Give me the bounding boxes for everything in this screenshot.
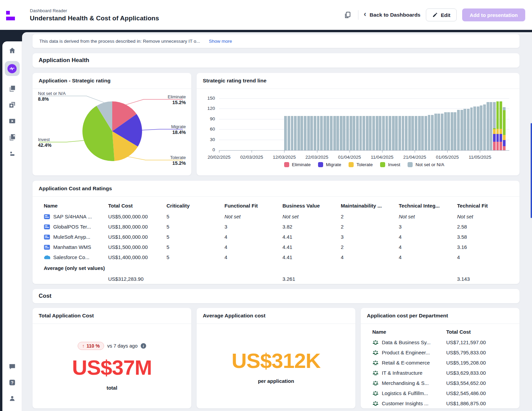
trend-bar[interactable] xyxy=(470,107,473,150)
trend-stacked-bar[interactable] xyxy=(496,101,499,150)
legend-item-invest[interactable]: Invest xyxy=(380,162,400,167)
trend-bar[interactable] xyxy=(297,116,300,150)
trend-bar[interactable] xyxy=(415,116,417,150)
trend-bar[interactable] xyxy=(421,116,424,150)
trend-bar[interactable] xyxy=(284,116,287,150)
trend-bar[interactable] xyxy=(405,116,408,150)
trend-bar[interactable] xyxy=(300,116,303,150)
trend-bar[interactable] xyxy=(457,110,460,150)
legend-item-tolerate[interactable]: Tolerate xyxy=(349,162,373,167)
trend-bar[interactable] xyxy=(314,116,316,150)
application-name-cell[interactable]: Salesforce Co... xyxy=(44,252,108,262)
trend-bar[interactable] xyxy=(359,116,362,150)
trend-bar[interactable] xyxy=(366,116,369,150)
trend-stacked-bar[interactable] xyxy=(499,101,502,150)
trend-bar[interactable] xyxy=(350,116,352,150)
trend-bar[interactable] xyxy=(411,116,414,150)
trend-bar[interactable] xyxy=(395,116,398,150)
trend-bar[interactable] xyxy=(330,116,333,150)
sidebar-item-library[interactable] xyxy=(8,134,16,141)
trend-bar[interactable] xyxy=(434,114,437,150)
department-name-cell[interactable]: Data & Business Sy... xyxy=(372,337,446,348)
trend-bar[interactable] xyxy=(369,116,372,150)
trend-bar[interactable] xyxy=(408,116,411,150)
trend-bar[interactable] xyxy=(386,116,388,150)
trend-stacked-bar[interactable] xyxy=(503,107,506,150)
trend-bar[interactable] xyxy=(425,116,427,150)
trend-bar[interactable] xyxy=(323,116,326,150)
sidebar-item-snapshots[interactable] xyxy=(8,101,16,109)
sidebar-item-home[interactable] xyxy=(8,47,16,54)
trend-bar[interactable] xyxy=(353,116,355,150)
trend-bar[interactable] xyxy=(382,116,385,150)
trend-bar[interactable] xyxy=(379,116,381,150)
trend-bar[interactable] xyxy=(288,116,290,150)
trend-bar[interactable] xyxy=(428,115,431,150)
trend-bar[interactable] xyxy=(294,116,297,150)
trend-bar[interactable] xyxy=(372,116,375,150)
trend-bar[interactable] xyxy=(398,116,401,150)
trend-bar[interactable] xyxy=(362,116,365,150)
application-name-cell[interactable]: MuleSoft Anyp... xyxy=(44,232,108,242)
trend-bar[interactable] xyxy=(467,109,470,150)
sidebar-item-profile[interactable] xyxy=(8,395,16,402)
sidebar-item-reports[interactable] xyxy=(8,85,16,92)
department-name-cell[interactable]: Product & Engineer... xyxy=(372,348,446,358)
trend-bar[interactable] xyxy=(307,116,310,150)
trend-bar[interactable] xyxy=(473,106,476,150)
application-name-cell[interactable]: SAP S/4HANA ... xyxy=(44,212,108,222)
department-name-cell[interactable]: Retail & E-commerce xyxy=(372,358,446,368)
show-more-link[interactable]: Show more xyxy=(209,39,232,44)
edit-button[interactable]: Edit xyxy=(426,8,457,21)
trend-bar[interactable] xyxy=(460,110,463,150)
department-name-cell[interactable]: Logistics & Fulfillm... xyxy=(372,388,446,398)
copy-icon[interactable] xyxy=(342,10,353,20)
department-name-cell[interactable]: Merchandising & S... xyxy=(372,378,446,388)
legend-item-eliminate[interactable]: Eliminate xyxy=(284,162,311,167)
trend-stacked-bar[interactable] xyxy=(493,102,496,150)
trend-bar[interactable] xyxy=(333,116,336,150)
trend-bar[interactable] xyxy=(483,104,486,150)
trend-bar[interactable] xyxy=(310,116,313,150)
trend-bar[interactable] xyxy=(327,116,329,150)
trend-bar[interactable] xyxy=(336,116,339,150)
trend-bar[interactable] xyxy=(437,114,440,150)
page-scrollbar-thumb[interactable] xyxy=(531,123,532,218)
trend-bar[interactable] xyxy=(376,116,378,150)
back-to-dashboards-link[interactable]: ‹ Back to Dashboards xyxy=(364,11,420,19)
trend-bar[interactable] xyxy=(490,102,492,150)
trend-bar[interactable] xyxy=(464,109,466,150)
application-name-cell[interactable]: GlobalPOS Ter... xyxy=(44,222,108,232)
trend-bar[interactable] xyxy=(317,116,320,150)
application-name-cell[interactable]: Manhattan WMS xyxy=(44,242,108,252)
trend-bar[interactable] xyxy=(402,116,405,150)
trend-bar[interactable] xyxy=(346,116,349,150)
trend-bar[interactable] xyxy=(291,116,294,150)
sidebar-item-feedback[interactable] xyxy=(8,363,16,370)
trend-bar[interactable] xyxy=(480,105,482,150)
trend-bar[interactable] xyxy=(431,115,434,150)
add-to-presentation-button[interactable]: Add to presentation xyxy=(462,8,525,21)
sidebar-item-videos[interactable] xyxy=(8,117,16,125)
trend-bar[interactable] xyxy=(477,106,479,150)
trend-bar[interactable] xyxy=(454,112,456,151)
sidebar-item-help[interactable]: ? xyxy=(8,379,16,386)
trend-bar[interactable] xyxy=(444,112,447,151)
info-icon[interactable]: i xyxy=(141,343,146,349)
trend-bar[interactable] xyxy=(340,116,342,150)
sidebar-item-dashboards-active[interactable] xyxy=(5,61,20,76)
sidebar-item-inventory[interactable] xyxy=(8,150,16,157)
department-name-cell[interactable]: Customer Insights ... xyxy=(372,398,446,409)
app-logo[interactable] xyxy=(5,7,21,22)
trend-bar[interactable] xyxy=(304,116,307,150)
trend-bar[interactable] xyxy=(487,102,489,150)
trend-bar[interactable] xyxy=(451,112,453,151)
trend-bar[interactable] xyxy=(441,114,444,150)
legend-item-not-set-or-n-a[interactable]: Not set or N/A xyxy=(408,162,444,167)
trend-bar[interactable] xyxy=(447,112,450,151)
trend-bar[interactable] xyxy=(389,116,391,150)
department-name-cell[interactable]: IT & Infrastructure xyxy=(372,368,446,378)
trend-bar[interactable] xyxy=(418,116,421,150)
trend-bar[interactable] xyxy=(356,116,359,150)
trend-bar[interactable] xyxy=(320,116,323,150)
